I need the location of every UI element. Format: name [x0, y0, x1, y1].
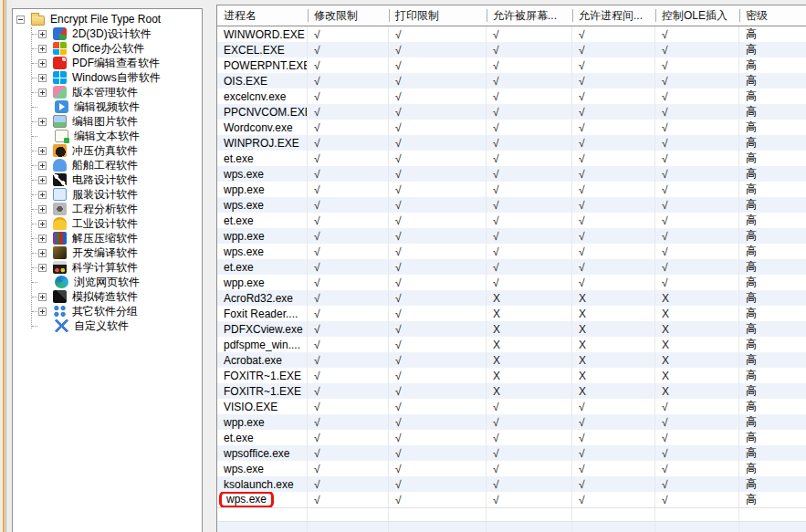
table-row[interactable]: EXCEL.EXE√√√√√高: [217, 42, 806, 57]
tree-item[interactable]: 编辑视频软件: [13, 99, 202, 114]
column-header[interactable]: 密级: [739, 5, 806, 26]
tree-item[interactable]: 2D(3D)设计软件: [13, 26, 202, 41]
tree-item[interactable]: 电路设计软件: [13, 172, 202, 187]
table-row[interactable]: wps.exe√√√√√高: [217, 492, 806, 507]
table-row[interactable]: wpp.exe√√√√√高: [217, 228, 806, 244]
process-name: POWERPNT.EXE: [224, 59, 308, 72]
tree-item[interactable]: 其它软件分组: [13, 304, 202, 318]
table-row[interactable]: wpp.exe√√√√√高: [217, 182, 806, 197]
expand-icon[interactable]: [38, 205, 47, 214]
table-row[interactable]: pdfspme_win....√√XXX高: [217, 337, 806, 352]
permission-cell: √: [308, 26, 389, 42]
table-row[interactable]: et.exe√√√√√高: [217, 151, 806, 166]
table-row[interactable]: POWERPNT.EXE√√√√√高: [217, 57, 806, 73]
process-name: wps.exe: [224, 168, 264, 181]
tree-item[interactable]: 科学计算软件: [13, 260, 202, 275]
table-row[interactable]: WINWORD.EXE√√√√√高: [217, 26, 806, 42]
expand-icon[interactable]: [38, 162, 47, 170]
permission-cell: √: [487, 26, 572, 42]
table-row[interactable]: ksolaunch.exe√√√√√高: [217, 476, 806, 492]
allowed-mark: √: [662, 447, 668, 460]
process-name-cell: AcroRd32.exe: [217, 290, 308, 306]
expand-icon[interactable]: [38, 235, 47, 243]
tree-item[interactable]: 船舶工程软件: [13, 158, 202, 172]
permission-cell: √: [655, 430, 739, 445]
expand-icon[interactable]: [38, 176, 47, 184]
table-row[interactable]: PPCNVCOM.EXE√√√√√高: [217, 104, 806, 120]
tree-item[interactable]: Office办公软件: [13, 41, 202, 56]
expand-icon[interactable]: [38, 308, 47, 316]
table-row[interactable]: AcroRd32.exe√√XXX高: [217, 290, 806, 306]
security-level-cell: 高: [739, 42, 806, 57]
allowed-mark: √: [662, 463, 668, 475]
expand-icon[interactable]: [38, 220, 47, 228]
expand-icon[interactable]: [38, 293, 47, 301]
table-row[interactable]: wps.exe√√√√√高: [217, 461, 806, 476]
expand-icon[interactable]: [38, 74, 47, 82]
table-header: 进程名修改限制打印限制允许被屏幕...允许进程间...控制OLE插入密级: [217, 5, 806, 26]
permission-cell: √: [655, 26, 739, 42]
column-header[interactable]: 允许进程间...: [572, 5, 655, 26]
tree-item[interactable]: 解压压缩软件: [13, 231, 202, 245]
permission-cell: √: [572, 104, 655, 120]
tree-item-root[interactable]: Encrypt File Type Root: [13, 12, 202, 26]
tree-item[interactable]: 编辑文本软件: [13, 129, 202, 143]
tree-item[interactable]: PDF编辑查看软件: [13, 56, 202, 70]
permission-cell: √: [389, 89, 487, 104]
tree-item[interactable]: 工程分析软件: [13, 202, 202, 216]
tree-item[interactable]: 服装设计软件: [13, 187, 202, 202]
expand-icon[interactable]: [38, 59, 47, 68]
table-row[interactable]: wpp.exe√√√√√高: [217, 414, 806, 430]
process-name: PDFXCview.exe: [224, 323, 303, 336]
security-level-cell: 高: [739, 104, 806, 120]
table-row[interactable]: WINPROJ.EXE√√√√√高: [217, 135, 806, 151]
column-header[interactable]: 控制OLE插入: [655, 5, 739, 26]
table-row[interactable]: FOXITR~1.EXE√√XXX高: [217, 368, 806, 383]
column-header[interactable]: 打印限制: [389, 5, 487, 26]
tree-item[interactable]: 冲压仿真软件: [13, 143, 202, 158]
table-row[interactable]: Acrobat.exe√√XXX高: [217, 352, 806, 368]
table-row[interactable]: wps.exe√√√√√高: [217, 197, 806, 213]
tree-item[interactable]: 工业设计软件: [13, 216, 202, 231]
table-row[interactable]: wps.exe√√√√√高: [217, 244, 806, 259]
table-row[interactable]: excelcnv.exe√√√√√高: [217, 89, 806, 104]
tree-item[interactable]: 开发编译软件: [13, 245, 202, 260]
permission-cell: √: [572, 151, 655, 166]
expand-icon[interactable]: [38, 249, 47, 257]
column-header[interactable]: 进程名: [217, 5, 308, 26]
column-header[interactable]: 允许被屏幕...: [487, 5, 572, 26]
table-row[interactable]: FOXITR~1.EXE√√XXX高: [217, 383, 806, 399]
table-row[interactable]: PDFXCview.exe√√XXX高: [217, 321, 806, 337]
process-name-cell: VISIO.EXE: [217, 399, 308, 414]
tree-item[interactable]: 编辑图片软件: [13, 114, 202, 129]
expand-icon[interactable]: [38, 118, 47, 126]
tree-item[interactable]: 版本管理软件: [13, 85, 202, 99]
tree-item[interactable]: 模拟铸造软件: [13, 289, 202, 304]
table-row[interactable]: Foxit Reader....√√XXX高: [217, 306, 806, 321]
table-row[interactable]: et.exe√√√√√高: [217, 259, 806, 275]
table-row[interactable]: wpsoffice.exe√√√√√高: [217, 445, 806, 461]
expand-icon[interactable]: [38, 30, 47, 38]
expand-icon[interactable]: [38, 45, 47, 53]
permission-cell: √: [572, 492, 655, 507]
expand-icon[interactable]: [38, 191, 47, 199]
permission-cell: √: [487, 213, 572, 228]
expand-icon[interactable]: [38, 264, 47, 272]
table-row[interactable]: wps.exe√√√√√高: [217, 166, 806, 182]
permission-cell: √: [487, 492, 572, 507]
table-row[interactable]: VISIO.EXE√√√√√高: [217, 399, 806, 414]
table-row[interactable]: et.exe√√√√√高: [217, 213, 806, 228]
table-row[interactable]: wpp.exe√√√√√高: [217, 275, 806, 290]
security-level: 高: [746, 321, 757, 337]
column-header[interactable]: 修改限制: [308, 5, 389, 26]
table-row[interactable]: OIS.EXE√√√√√高: [217, 73, 806, 89]
security-level-cell: 高: [739, 476, 806, 492]
collapse-icon[interactable]: [16, 16, 25, 24]
tree-item[interactable]: Windows自带软件: [13, 70, 202, 85]
tree-item[interactable]: 自定义软件: [13, 318, 202, 333]
tree-item[interactable]: 浏览网页软件: [13, 275, 202, 289]
expand-icon[interactable]: [38, 147, 47, 155]
table-row[interactable]: Wordconv.exe√√√√√高: [217, 120, 806, 135]
table-row[interactable]: et.exe√√√√√高: [217, 430, 806, 445]
expand-icon[interactable]: [38, 89, 47, 97]
